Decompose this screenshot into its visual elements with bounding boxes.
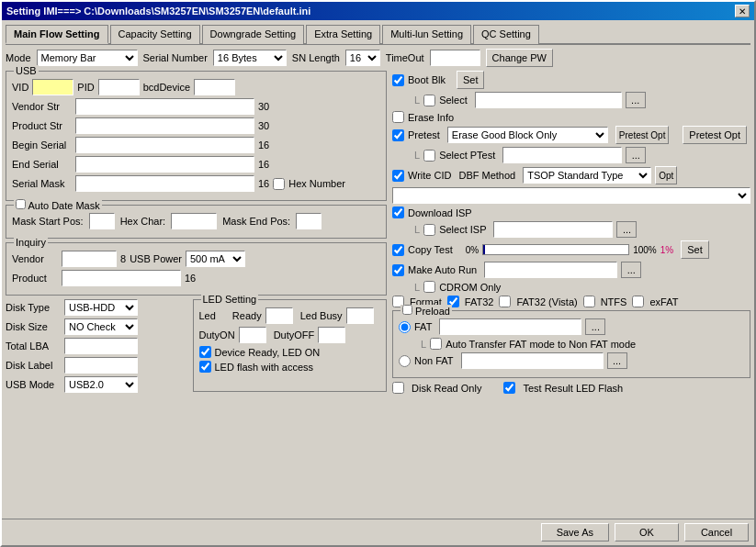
mode-label: Mode [6,52,31,63]
copy-test-set-button[interactable]: Set [681,240,709,259]
test-result-label: Test Result LED Flash [523,383,623,394]
usb-mode-select[interactable]: USB2.0 [64,376,138,393]
ready-input[interactable]: 3 [265,307,293,324]
bottom-button-bar: Save As OK Cancel [2,519,754,545]
fat32-vista-checkbox[interactable] [499,296,511,307]
make-auto-run-input[interactable]: C:\yimf_xp3_1103.iso [484,262,617,278]
non-fat-label: Non FAT [414,355,454,366]
mask-start-input[interactable]: 0 [89,213,115,229]
ok-button[interactable]: OK [615,523,679,541]
fat-dots[interactable]: ... [585,318,605,335]
pretest-opt-button[interactable]: Pretest Opt [683,126,747,144]
pretest-opt-btn[interactable]: Pretest Opt [615,126,670,144]
pretest-select[interactable]: Erase Good Block Only [447,127,608,143]
disk-type-select[interactable]: USB-HDD [64,299,138,316]
bcd-input[interactable]: 1100 [194,79,235,95]
make-auto-run-checkbox[interactable] [392,264,404,276]
tab-capacity[interactable]: Capacity Setting [110,25,200,44]
select-checkbox[interactable] [423,95,435,106]
begin-serial-len: 16 [258,140,269,151]
vid-input[interactable]: 0900 [32,79,73,95]
end-serial-input[interactable]: AA04012799999999 [75,156,254,173]
inquiry-vendor-input[interactable]: MASA [62,251,117,267]
progress-bar [482,244,629,255]
select-input[interactable] [475,92,622,108]
fat-label: FAT [414,321,432,332]
auto-date-checkbox[interactable] [16,199,26,209]
disk-read-only-checkbox[interactable] [392,382,404,394]
select-isp-input[interactable] [493,221,613,238]
product-str-len: 30 [258,120,269,131]
mode-select[interactable]: Memory Bar [37,50,138,66]
inquiry-product-input[interactable]: USB DISK [62,270,181,286]
serial-mask-input[interactable]: AA############## [75,175,254,192]
tab-main-flow[interactable]: Main Flow Setting [6,25,108,44]
busy-input[interactable]: 48 [346,307,374,324]
sn-length-select[interactable]: 16 [345,50,380,66]
tab-downgrade[interactable]: Downgrade Setting [202,25,305,44]
non-fat-dots[interactable]: ... [607,352,627,369]
usb-power-select[interactable]: 500 mA [186,251,245,267]
auto-transfer-checkbox[interactable] [430,338,442,350]
non-fat-radio[interactable] [399,355,411,367]
select-ptest-checkbox[interactable] [423,150,435,162]
preload-checkbox[interactable] [402,305,412,315]
select-isp-checkbox[interactable] [423,224,435,236]
preload-label: Preload [401,305,452,317]
tab-bar: Main Flow Setting Capacity Setting Downg… [6,24,750,45]
save-as-button[interactable]: Save As [541,523,609,541]
close-button[interactable]: ✕ [735,5,750,17]
device-ready-checkbox[interactable] [199,346,211,358]
tab-multi-lun[interactable]: Multi-lun Setting [382,25,471,44]
led-flash-label: LED flash with access [215,362,314,373]
duty-on-input[interactable]: 0 [239,327,266,343]
ntfs-checkbox[interactable] [583,296,595,307]
cancel-button[interactable]: Cancel [684,523,749,541]
write-cid-checkbox[interactable] [392,170,404,182]
vendor-str-input[interactable]: MyDigit [75,98,254,115]
make-auto-run-dots[interactable]: ... [621,262,641,278]
select-dots-button[interactable]: ... [626,92,646,108]
exfat-checkbox[interactable] [632,296,644,307]
mask-end-input[interactable]: 10 [296,213,322,229]
dbf-method-select[interactable]: TSOP Standard Type [523,167,651,184]
non-fat-input[interactable] [461,352,604,369]
select-ptest-dots[interactable]: ... [626,147,646,163]
end-serial-len: 16 [258,159,269,170]
hex-number-checkbox[interactable] [273,178,285,190]
fat-input[interactable] [439,318,581,335]
pid-input[interactable]: 1000 [98,79,140,95]
serial-number-select[interactable]: 16 Bytes [213,50,287,66]
select-isp-dots[interactable]: ... [616,221,637,238]
disk-type-label: Disk Type [6,302,61,313]
product-str-input[interactable]: USB DISK [75,117,254,134]
dbf-method-label: DBF Method [458,170,515,181]
select-ptest-label: Select PTest [439,150,495,161]
copy-test-label: Copy Test [408,244,453,255]
copy-test-checkbox[interactable] [392,244,404,256]
opt-button[interactable]: Opt [655,166,677,184]
select-ptest-input[interactable] [502,147,622,163]
total-lba-input[interactable] [64,338,138,354]
duty-off-input[interactable]: 0 [318,327,345,343]
change-pw-button[interactable]: Change PW [486,49,553,67]
timeout-input[interactable]: 10000 [430,50,480,66]
pretest-checkbox[interactable] [392,129,404,141]
led-flash-checkbox[interactable] [199,361,211,373]
disk-size-select[interactable]: NO Check [64,318,138,335]
set-button[interactable]: Set [457,71,485,89]
test-result-checkbox[interactable] [503,382,515,394]
erase-info-checkbox[interactable] [392,111,404,123]
cdrom-only-checkbox[interactable] [423,281,435,293]
hex-char-input[interactable] [171,213,217,229]
tab-qc[interactable]: QC Setting [473,25,539,44]
fat-radio[interactable] [399,321,411,333]
tab-extra[interactable]: Extra Setting [306,25,380,44]
vid-label: VID [12,82,28,93]
disk-label-input[interactable]: USB DISK [64,357,138,374]
inquiry-label: Inquiry [14,237,48,248]
write-cid-sub-select[interactable] [392,187,750,204]
begin-serial-input[interactable]: AA00000000001573 [75,137,254,153]
boot-blk-checkbox[interactable] [392,74,404,86]
download-isp-checkbox[interactable] [392,207,404,218]
